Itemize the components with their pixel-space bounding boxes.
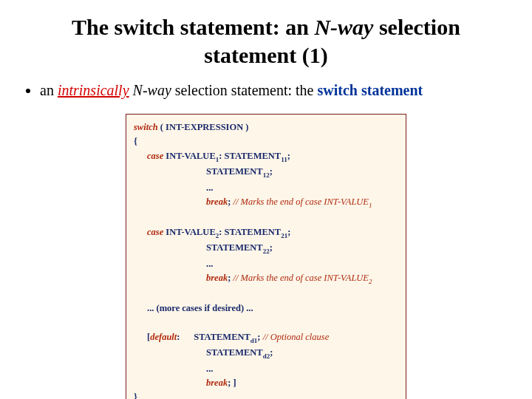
code-figure: switch ( INT-EXPRESSION ) { case INT-VAL… (126, 114, 406, 399)
sub: 21 (281, 231, 287, 239)
bullet-intrinsically: intrinsically (58, 82, 129, 98)
semi: ; (270, 166, 273, 177)
code-line: break; // Marks the end of case INT-VALU… (134, 195, 398, 211)
sub: 11 (281, 155, 287, 163)
code-line: { (134, 134, 398, 149)
code-line: ... (134, 362, 398, 376)
bullet-text-a: an (40, 82, 58, 98)
comment: // Marks the end of case INT-VALUE (231, 273, 369, 283)
stmt: STATEMENT (206, 347, 263, 358)
title-nway: N-way (314, 15, 373, 39)
code-line: ... (134, 181, 398, 195)
stmt: STATEMENT (194, 332, 250, 342)
case1-label: INT-VALUE (163, 151, 216, 161)
kw-break: break (206, 197, 228, 207)
kw-break: break (206, 378, 228, 388)
code-line: STATEMENTd2; (134, 346, 398, 361)
kw-default: default (150, 332, 177, 342)
code-line: break; // Marks the end of case INT-VALU… (134, 271, 398, 287)
sub: d2 (263, 352, 270, 360)
bracket: ] (231, 378, 236, 388)
stmt: STATEMENT (225, 151, 282, 161)
sub: 2 (369, 278, 372, 285)
bullet-text-mid: selection statement: the (171, 82, 318, 98)
code-line: [default: STATEMENTd1; // Optional claus… (134, 330, 398, 346)
sub: d1 (250, 336, 258, 344)
stmt: STATEMENT (206, 166, 263, 177)
title-part-a: The switch statement: an (72, 15, 314, 39)
stmt: STATEMENT (225, 227, 282, 237)
code-box: switch ( INT-EXPRESSION ) { case INT-VAL… (126, 114, 406, 399)
code-line: case INT-VALUE2: STATEMENT21; (134, 225, 398, 241)
kw-case: case (147, 227, 163, 237)
blank-line (134, 316, 398, 330)
comment: // Marks the end of case INT-VALUE (231, 197, 369, 207)
blank-line (134, 211, 398, 225)
bullet-list: an intrinsically N-way selection stateme… (25, 82, 510, 99)
slide: The switch statement: an N-way selection… (0, 0, 532, 399)
slide-title: The switch statement: an N-way selection… (52, 13, 480, 69)
semi: ; (287, 227, 290, 237)
bullet-switch-kw: switch statement (318, 82, 423, 98)
sub: 12 (263, 171, 270, 179)
sub: 22 (263, 248, 270, 255)
semi: ; (270, 347, 273, 358)
code-line: STATEMENT12; (134, 165, 398, 180)
colon: : (219, 151, 224, 161)
code-line: ... (134, 257, 398, 271)
semi: ; (270, 242, 273, 253)
gap (180, 332, 194, 342)
code-line: STATEMENT22; (134, 241, 398, 256)
code-line: switch ( INT-EXPRESSION ) (134, 120, 398, 134)
bullet-item: an intrinsically N-way selection stateme… (40, 82, 510, 99)
sub: 1 (369, 202, 372, 209)
kw-case: case (147, 151, 163, 161)
colon: : (219, 227, 224, 237)
semi: ; (287, 151, 290, 161)
switch-expr: ( INT-EXPRESSION ) (158, 122, 249, 132)
bullet-nway: N-way (129, 82, 171, 98)
comment: // Optional clause (261, 332, 330, 342)
kw-switch: switch (134, 122, 158, 132)
code-line: case INT-VALUE1: STATEMENT11; (134, 149, 398, 165)
code-line: ... (more cases if desired) ... (134, 301, 398, 316)
blank-line (134, 287, 398, 301)
case2-label: INT-VALUE (163, 227, 216, 237)
stmt: STATEMENT (206, 242, 263, 253)
kw-break: break (206, 273, 228, 283)
code-line: break; ] (134, 376, 398, 390)
code-line: } (134, 390, 398, 399)
